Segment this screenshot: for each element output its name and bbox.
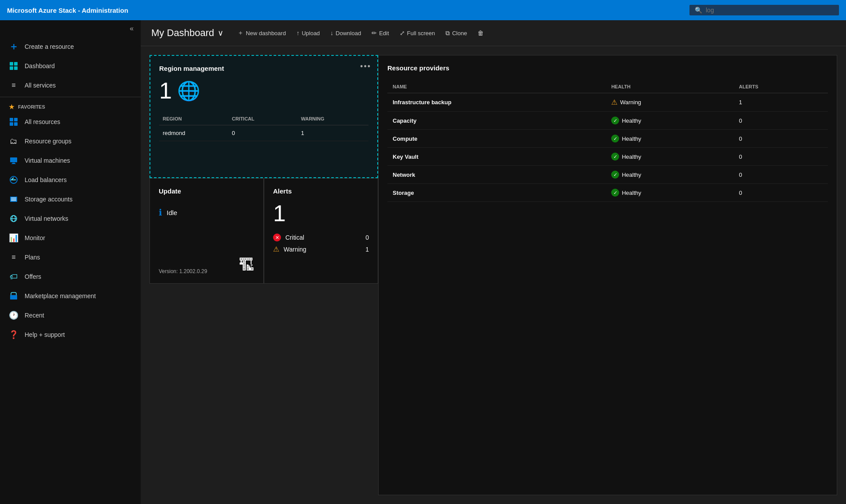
- help-support-icon: ❓: [9, 330, 18, 340]
- new-dashboard-icon: ＋: [237, 29, 244, 37]
- table-row[interactable]: Infrastructure backup⚠ Warning1: [387, 93, 828, 112]
- version-text: Version: 1.2002.0.29: [159, 268, 207, 274]
- offers-icon: 🏷: [9, 272, 18, 281]
- warning-alert-row: ⚠ Warning 1: [273, 245, 369, 253]
- rp-name-header: NAME: [387, 80, 606, 93]
- table-row[interactable]: Storage✓ Healthy0: [387, 184, 828, 202]
- warning-label: Warning: [284, 246, 306, 253]
- resource-providers-tile: Resource providers NAME HEALTH ALERTS In…: [378, 55, 837, 495]
- sidebar-item-offers[interactable]: 🏷 Offers: [0, 267, 141, 286]
- new-dashboard-button[interactable]: ＋ New dashboard: [232, 26, 291, 40]
- marketplace-management-icon: [9, 291, 18, 301]
- rp-name-0: Infrastructure backup: [387, 93, 606, 112]
- sidebar-item-recent[interactable]: 🕐 Recent: [0, 306, 141, 325]
- region-management-more-button[interactable]: •••: [360, 62, 371, 71]
- new-dashboard-label: New dashboard: [246, 30, 286, 37]
- upload-button[interactable]: ↑ Upload: [291, 27, 325, 39]
- clone-button[interactable]: ⧉ Clone: [440, 27, 472, 40]
- edit-icon: ✏: [372, 29, 377, 37]
- critical-col-header: CRITICAL: [228, 113, 297, 125]
- sidebar-item-all-resources[interactable]: All resources: [0, 112, 141, 131]
- alerts-total: 1: [273, 200, 369, 226]
- delete-button[interactable]: 🗑: [472, 27, 489, 39]
- resource-providers-table: NAME HEALTH ALERTS Infrastructure backup…: [387, 80, 828, 202]
- svg-rect-15: [11, 200, 16, 201]
- region-col-header: REGION: [159, 113, 228, 125]
- edit-button[interactable]: ✏ Edit: [366, 27, 394, 39]
- download-button[interactable]: ↓ Download: [325, 27, 366, 39]
- update-title: Update: [159, 187, 255, 195]
- dashboard-title: My Dashboard: [151, 27, 214, 39]
- alerts-title: Alerts: [273, 187, 369, 195]
- svg-rect-4: [10, 118, 13, 121]
- sidebar-collapse-button[interactable]: «: [0, 20, 141, 37]
- sidebar-item-help-support[interactable]: ❓ Help + support: [0, 325, 141, 344]
- storage-accounts-icon: [9, 194, 18, 204]
- sidebar: « ＋ Create a resource Dashboard ≡ All se…: [0, 20, 141, 504]
- sidebar-item-create-resource[interactable]: ＋ Create a resource: [0, 37, 141, 56]
- download-icon: ↓: [330, 29, 333, 37]
- table-row[interactable]: Capacity✓ Healthy0: [387, 112, 828, 130]
- bottom-tiles: Update ℹ Idle Version: 1.2002.0.29 🏗: [150, 178, 378, 284]
- update-tile: Update ℹ Idle Version: 1.2002.0.29 🏗: [150, 178, 264, 284]
- upload-icon: ↑: [296, 29, 299, 37]
- sidebar-item-all-services[interactable]: ≡ All services: [0, 76, 141, 95]
- sidebar-item-storage-accounts[interactable]: Storage accounts: [0, 190, 141, 209]
- marketplace-management-label: Marketplace management: [25, 292, 96, 299]
- rp-name-4: Network: [387, 166, 606, 184]
- plans-icon: ≡: [9, 252, 18, 262]
- rp-health-header: HEALTH: [606, 80, 733, 93]
- globe-icon: 🌐: [177, 80, 200, 102]
- full-screen-button[interactable]: ⤢ Full screen: [394, 27, 441, 39]
- sidebar-item-marketplace-management[interactable]: Marketplace management: [0, 286, 141, 306]
- sidebar-item-dashboard[interactable]: Dashboard: [0, 56, 141, 76]
- virtual-machines-icon: [9, 156, 18, 165]
- sidebar-item-monitor[interactable]: 📊 Monitor: [0, 228, 141, 248]
- rp-name-3: Key Vault: [387, 148, 606, 166]
- delete-icon: 🗑: [478, 29, 484, 37]
- alerts-tile: Alerts 1 ✕ Critical 0 ⚠ Warning 1: [264, 178, 378, 284]
- resource-providers-title: Resource providers: [387, 64, 828, 72]
- search-input[interactable]: [706, 7, 834, 14]
- favorites-label: FAVORITES: [18, 104, 45, 110]
- rp-health-3: ✓ Healthy: [606, 148, 733, 166]
- sidebar-item-virtual-machines[interactable]: Virtual machines: [0, 151, 141, 170]
- update-status-label: Idle: [167, 209, 177, 216]
- plans-label: Plans: [25, 254, 40, 261]
- rp-health-2: ✓ Healthy: [606, 130, 733, 148]
- search-bar[interactable]: 🔍: [689, 5, 839, 15]
- dashboard-dropdown-button[interactable]: ∨: [218, 28, 223, 38]
- healthy-icon: ✓: [611, 189, 619, 197]
- storage-accounts-label: Storage accounts: [25, 196, 73, 203]
- sidebar-item-virtual-networks[interactable]: Virtual networks: [0, 209, 141, 228]
- left-column: Region management ••• 1 🌐 REGION CRITICA…: [150, 55, 378, 495]
- virtual-machines-label: Virtual machines: [25, 157, 70, 164]
- content-area: My Dashboard ∨ ＋ New dashboard ↑ Upload …: [141, 20, 846, 504]
- rp-alerts-header: ALERTS: [734, 80, 828, 93]
- virtual-networks-icon: [9, 214, 18, 223]
- table-row[interactable]: Compute✓ Healthy0: [387, 130, 828, 148]
- svg-rect-10: [11, 164, 16, 164]
- rp-alerts-2: 0: [734, 130, 828, 148]
- region-count-number: 1: [159, 77, 172, 104]
- full-screen-icon: ⤢: [400, 29, 405, 37]
- upload-label: Upload: [302, 30, 320, 37]
- healthy-icon: ✓: [611, 153, 619, 161]
- rp-alerts-5: 0: [734, 184, 828, 202]
- table-row[interactable]: Key Vault✓ Healthy0: [387, 148, 828, 166]
- critical-label: Critical: [285, 234, 304, 241]
- right-column: Resource providers NAME HEALTH ALERTS In…: [378, 55, 837, 495]
- critical-count: 0: [358, 234, 369, 241]
- sidebar-item-load-balancers[interactable]: Load balancers: [0, 170, 141, 190]
- svg-rect-6: [10, 122, 13, 126]
- svg-rect-14: [11, 199, 16, 200]
- svg-rect-19: [10, 295, 17, 299]
- create-resource-label: Create a resource: [25, 43, 74, 50]
- table-row[interactable]: redmond 0 1: [159, 125, 368, 141]
- sidebar-item-resource-groups[interactable]: 🗂 Resource groups: [0, 131, 141, 151]
- sidebar-item-plans[interactable]: ≡ Plans: [0, 248, 141, 267]
- region-count: 1 🌐: [159, 77, 368, 104]
- recent-label: Recent: [25, 312, 44, 319]
- dashboard-content: Region management ••• 1 🌐 REGION CRITICA…: [141, 46, 846, 504]
- table-row[interactable]: Network✓ Healthy0: [387, 166, 828, 184]
